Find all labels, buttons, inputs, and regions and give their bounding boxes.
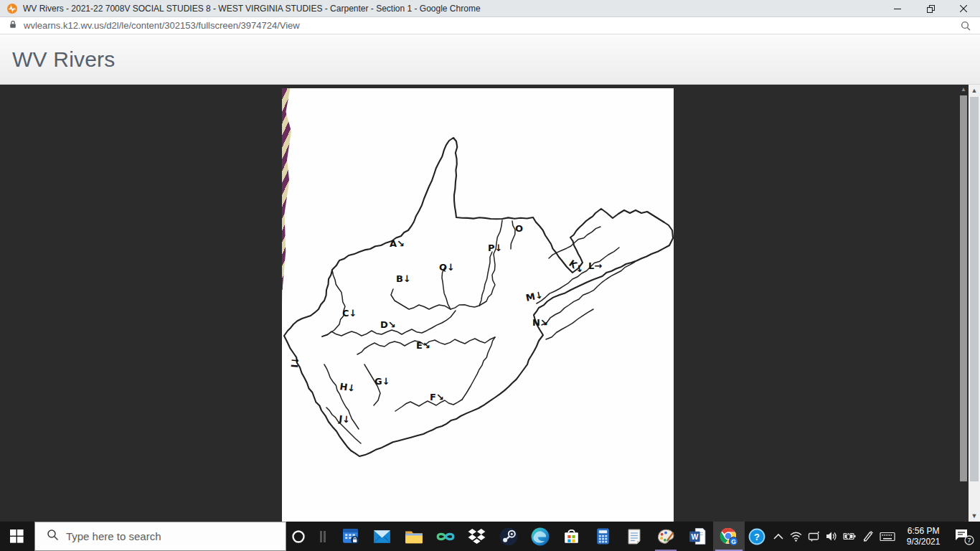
window-title: WV Rivers - 2021-22 7008V SOCIAL STUDIES… [23,4,481,14]
taskbar-app-infinity[interactable] [430,522,461,551]
close-button[interactable] [947,0,980,17]
taskbar-app-notepad[interactable] [618,522,650,551]
search-icon [47,529,59,544]
taskbar-app-edge[interactable] [524,522,556,551]
battery-icon[interactable] [841,522,859,551]
map-label-a: A↘ [390,238,405,249]
taskbar: W G ? [0,522,980,551]
taskbar-app-word[interactable]: W [682,522,713,551]
start-button[interactable] [0,522,34,551]
restore-button[interactable] [914,0,947,17]
address-bar[interactable]: wvlearns.k12.wv.us/d2l/le/content/302153… [0,17,980,34]
svg-text:W: W [691,533,698,541]
browser-scrollbar[interactable]: ▲ ▼ [969,85,980,522]
system-tray: ? [745,522,980,551]
taskbar-app-calculator[interactable] [587,522,618,551]
desktop-screen: WV Rivers - 2021-22 7008V SOCIAL STUDIES… [0,0,980,551]
taskbar-search[interactable] [34,522,286,551]
task-view-button[interactable] [311,522,335,551]
svg-text:G: G [731,537,736,545]
scroll-up-icon[interactable]: ▲ [969,85,980,96]
url-text[interactable]: wvlearns.k12.wv.us/d2l/le/content/302153… [24,20,300,31]
map-label-f: F↘ [430,392,444,402]
river-line-12 [537,248,619,303]
cortana-button[interactable] [286,522,311,551]
river-line-2 [479,252,492,306]
get-help-icon[interactable]: ? [745,522,769,551]
content-area: A↘B↓C↓D↘E↘F↘G↓H↓I↓J↓K↘L→M↓N↘OP↓Q↓ ▲ ▲ ▼ [0,85,980,522]
taskbar-app-mail[interactable] [367,522,398,551]
taskbar-app-steam[interactable] [493,522,524,551]
scroll-down-icon[interactable]: ▼ [969,510,980,522]
map-label-p: P↓ [488,242,502,253]
scanned-map-image: A↘B↓C↓D↘E↘F↘G↓H↓I↓J↓K↘L→M↓N↘OP↓Q↓ [282,88,674,522]
hidden-icons-chevron[interactable] [769,522,787,551]
windows-ink-pen-icon[interactable] [859,522,877,551]
map-label-e: E↘ [416,340,430,351]
map-label-q: Q↓ [439,262,455,273]
inner-scrollbar[interactable]: ▲ [958,85,969,522]
inner-scroll-up-icon[interactable]: ▲ [958,85,969,95]
map-label-o: O [515,223,523,234]
taskbar-app-paint[interactable] [650,522,682,551]
volume-icon[interactable] [823,522,841,551]
river-line-8 [395,400,462,411]
page-header: WV Rivers [0,34,980,85]
river-line-14 [546,309,593,339]
d2l-favicon-icon [6,3,18,14]
map-label-d: D↘ [380,319,396,330]
clock-time: 6:56 PM [908,526,940,537]
scroll-thumb[interactable] [970,97,979,481]
taskbar-app-microsoft-store[interactable] [556,522,588,551]
river-line-4 [322,270,345,336]
taskbar-clock[interactable]: 6:56 PM 9/3/2021 [898,522,948,551]
taskbar-app-dropbox[interactable] [461,522,493,551]
map-label-l: L→ [588,260,602,271]
clock-date: 9/3/2021 [907,537,941,547]
river-line-1 [442,268,451,309]
svg-text:?: ? [754,532,760,542]
minimize-button[interactable] [881,0,914,17]
taskbar-app-file-explorer[interactable] [398,522,430,551]
taskbar-app-calendar-lock[interactable] [335,522,367,551]
map-label-n: N↘ [532,317,548,328]
cast-display-icon[interactable] [805,522,823,551]
touch-keyboard-icon[interactable] [877,522,898,551]
page-title: WV Rivers [12,47,115,72]
wifi-icon[interactable] [787,522,805,551]
action-center-button[interactable]: 7 [948,522,980,551]
map-label-b: B↓ [396,273,411,284]
secure-lock-icon[interactable] [8,19,18,32]
search-input[interactable] [66,530,260,542]
notification-badge: 7 [968,537,971,544]
river-line-13 [542,262,635,325]
map-label-g: G↓ [374,376,390,387]
inner-scroll-thumb[interactable] [960,95,967,481]
taskbar-app-chrome[interactable]: G [713,522,745,551]
map-label-j: J↓ [338,413,351,425]
river-line-7 [462,337,495,400]
wv-rivers-map: A↘B↓C↓D↘E↘F↘G↓H↓I↓J↓K↘L→M↓N↘OP↓Q↓ [282,88,674,522]
window-titlebar: WV Rivers - 2021-22 7008V SOCIAL STUDIES… [0,0,980,17]
map-label-i: I↓ [289,356,301,368]
map-label-h: H↓ [339,381,357,394]
map-label-c: C↓ [342,308,357,319]
search-page-icon[interactable] [960,20,971,34]
